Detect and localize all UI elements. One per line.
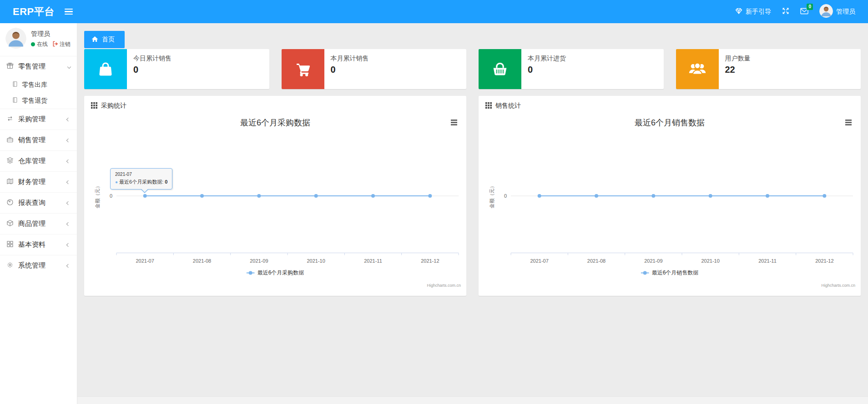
chart-export-menu-button[interactable] (844, 118, 853, 128)
sidebar-item-retail[interactable]: 零售管理 (0, 56, 77, 77)
logout-label: 注销 (60, 40, 71, 48)
legend-label: 最近6个月销售数据 (652, 269, 699, 277)
chart-title: 最近6个月采购数据 (84, 117, 466, 128)
sidebar-item-system[interactable]: 系统管理 (0, 255, 77, 276)
logout-link[interactable]: 注销 (52, 40, 71, 48)
chevron-left-icon (66, 243, 70, 246)
sidebar-item-products[interactable]: 商品管理 (0, 213, 77, 234)
sidebar-item-finance[interactable]: 财务管理 (0, 171, 77, 192)
svg-text:2021-09: 2021-09 (250, 258, 268, 264)
svg-text:2021-08: 2021-08 (193, 258, 211, 264)
stat-card-value: 0 (133, 65, 172, 75)
svg-text:2021-07: 2021-07 (136, 258, 154, 264)
svg-text:2021-09: 2021-09 (644, 258, 662, 264)
stat-card-label: 本月累计销售 (331, 55, 369, 63)
sidebar-item-retail-outbound[interactable]: 零售出库 (0, 77, 77, 93)
arrows-expand-icon (782, 7, 789, 16)
svg-text:2021-07: 2021-07 (530, 258, 548, 264)
online-status-icon (31, 42, 35, 46)
cart-icon (282, 49, 324, 89)
stat-card-value: 22 (725, 65, 751, 75)
app-brand: ERP平台 (0, 5, 55, 19)
stat-card-value: 0 (528, 65, 566, 75)
chart-legend[interactable]: 最近6个月采购数据 (247, 269, 304, 277)
svg-text:2021-11: 2021-11 (364, 258, 382, 264)
username-label: 管理员 (836, 8, 855, 16)
chevron-left-icon (66, 180, 70, 184)
user-menu[interactable]: 管理员 (819, 4, 855, 19)
sidebar-menu: 零售管理 零售出库 (0, 56, 77, 276)
stat-card-month-sales: 本月累计销售 0 (282, 49, 467, 89)
chart-export-menu-button[interactable] (449, 118, 459, 128)
legend-marker-icon (641, 270, 649, 276)
chevron-left-icon (66, 201, 70, 204)
sidebar-item-purchase[interactable]: 采购管理 (0, 109, 77, 130)
svg-text:金额（元）: 金额（元） (489, 184, 495, 209)
briefcase-icon (6, 136, 14, 145)
users-icon (676, 49, 719, 89)
sidebar-item-warehouse[interactable]: 仓库管理 (0, 150, 77, 171)
basket-icon (479, 49, 521, 89)
chart-title: 最近6个月销售数据 (479, 117, 861, 128)
stat-card-label: 今日累计销售 (133, 55, 172, 63)
svg-text:2021-11: 2021-11 (758, 258, 777, 264)
bag-icon (84, 49, 127, 89)
svg-text:2021-12: 2021-12 (421, 258, 439, 264)
tooltip-category: 2021-07 (115, 172, 167, 177)
sidebar-toggle-button[interactable] (62, 5, 76, 19)
sidebar-item-retail-return[interactable]: 零售退货 (0, 93, 77, 109)
sidebar-item-label: 销售管理 (18, 136, 45, 145)
svg-text:2021-10: 2021-10 (307, 258, 325, 264)
tooltip-series-label: 最近6个月采购数据: (119, 179, 163, 185)
sidebar-item-label: 商品管理 (18, 219, 45, 228)
sidebar-item-label: 采购管理 (18, 115, 45, 124)
footer-strip (77, 396, 868, 404)
chevron-down-icon (67, 65, 71, 68)
svg-text:2021-08: 2021-08 (587, 258, 606, 264)
tooltip-marker-icon: ● (115, 180, 118, 185)
svg-text:2021-10: 2021-10 (701, 258, 719, 264)
th-grid-icon (485, 102, 492, 110)
sidebar-user-panel: 管理员 在线 注销 (0, 23, 77, 56)
stat-card-today-sales: 今日累计销售 0 (84, 49, 269, 89)
legend-marker-icon (247, 270, 255, 276)
main-content: 首页 今日累计销售 0 (77, 23, 868, 404)
mail-badge: 0 (807, 4, 813, 10)
svg-text:金额（元）: 金额（元） (95, 184, 100, 209)
stat-card-user-count: 用户数量 22 (676, 49, 861, 89)
charts-row: 采购统计 0金额（元）2021-072021-082021-092021-102… (84, 96, 861, 296)
legend-label: 最近6个月采购数据 (257, 269, 304, 277)
gear-icon (6, 261, 14, 270)
svg-text:0: 0 (110, 193, 112, 199)
chevron-left-icon (66, 222, 70, 225)
sales-chart[interactable]: 0金额（元）2021-072021-082021-092021-102021-1… (479, 110, 861, 292)
svg-text:0: 0 (504, 193, 507, 199)
exchange-icon (6, 115, 14, 124)
chart-legend[interactable]: 最近6个月销售数据 (641, 269, 699, 277)
guide-link[interactable]: 新手引导 (735, 7, 771, 16)
tab-home-label: 首页 (102, 35, 115, 44)
highcharts-credits[interactable]: Highcharts.com.cn (821, 283, 855, 288)
sidebar-item-label: 系统管理 (18, 261, 45, 270)
map-icon (6, 178, 14, 186)
fullscreen-button[interactable] (782, 7, 789, 16)
sign-out-icon (52, 41, 58, 48)
grid-icon (6, 240, 14, 249)
chevron-left-icon (66, 264, 70, 267)
tab-home[interactable]: 首页 (84, 31, 125, 48)
sidebar-item-label: 财务管理 (18, 178, 45, 186)
sidebar-item-sales[interactable]: 销售管理 (0, 130, 77, 150)
sidebar-item-reports[interactable]: 报表查询 (0, 192, 77, 213)
purchase-chart[interactable]: 0金额（元）2021-072021-082021-092021-102021-1… (84, 110, 466, 292)
sidebar-item-label: 零售管理 (18, 62, 45, 71)
messages-button[interactable]: 0 (800, 8, 808, 16)
highcharts-credits[interactable]: Highcharts.com.cn (427, 283, 461, 288)
document-icon (12, 81, 18, 89)
sidebar-item-label: 基本资料 (18, 240, 45, 249)
stat-card-month-purchase: 本月累计进货 0 (479, 49, 664, 89)
sidebar-item-basic-data[interactable]: 基本资料 (0, 234, 77, 255)
sidebar-item-label: 仓库管理 (18, 157, 45, 165)
panel-title: 销售统计 (495, 102, 521, 110)
layers-icon (6, 157, 14, 165)
tab-bar: 首页 (84, 31, 861, 48)
